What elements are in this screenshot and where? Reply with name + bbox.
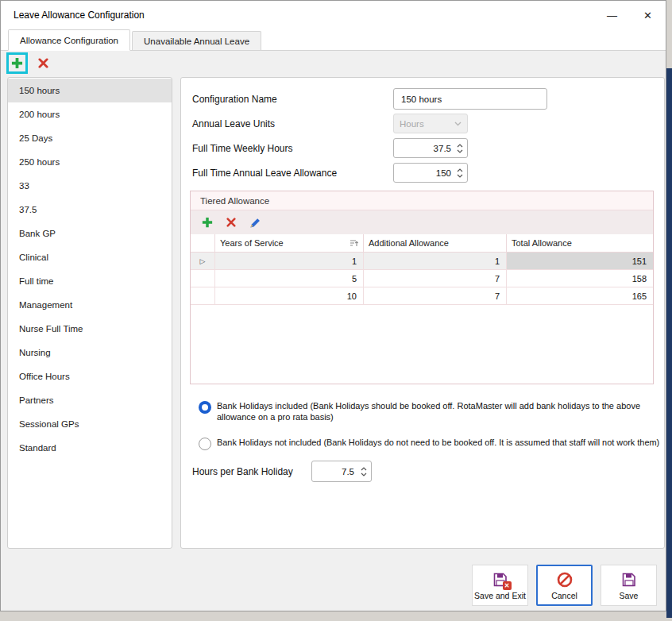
save-and-exit-label: Save and Exit [474, 591, 526, 600]
full-time-annual-leave-allowance-spinner[interactable]: 150 [393, 163, 468, 183]
list-item[interactable]: Standard [8, 436, 172, 460]
sort-ascending-icon [350, 239, 358, 247]
hours-per-bank-holiday-label: Hours per Bank Holiday [192, 466, 293, 477]
radio-unselected-icon[interactable] [199, 438, 211, 450]
cancel-label: Cancel [551, 591, 577, 600]
list-item[interactable]: Full time [8, 269, 172, 293]
cell-total[interactable]: 151 [507, 253, 653, 269]
grid-header-total-allowance[interactable]: Total Allowance [507, 234, 653, 252]
full-time-annual-leave-allowance-value: 150 [436, 168, 451, 178]
cell-additional[interactable]: 7 [364, 287, 507, 304]
close-button[interactable]: ✕ [630, 1, 666, 29]
list-item[interactable]: 250 hours [8, 150, 172, 174]
bank-holidays-not-included-option[interactable]: Bank Holidays not included (Bank Holiday… [199, 437, 663, 450]
configuration-name-label: Configuration Name [192, 94, 277, 105]
edit-tier-icon[interactable] [249, 217, 261, 229]
cell-years[interactable]: 5 [215, 270, 364, 287]
spinner-arrows-icon[interactable] [361, 467, 367, 476]
tab-unavailable-annual-leave[interactable]: Unavailable Annual Leave [132, 31, 261, 50]
bank-holidays-not-included-label: Bank Holidays not included (Bank Holiday… [217, 437, 659, 450]
list-item[interactable]: 33 [8, 174, 172, 198]
cell-additional[interactable]: 7 [364, 270, 507, 287]
grid-header-selector [191, 234, 215, 252]
bank-holidays-included-label: Bank Holidays included (Bank Holidays sh… [217, 400, 650, 422]
add-tier-icon[interactable] [202, 217, 213, 228]
list-item[interactable]: Nurse Full Time [8, 317, 172, 341]
grid-header-row: Years of Service Additional Allowance To… [191, 234, 653, 253]
tab-allowance-configuration[interactable]: Allowance Configuration [8, 29, 130, 51]
row-selector [191, 270, 215, 287]
row-selector [191, 287, 215, 304]
list-item[interactable]: Sessional GPs [8, 412, 172, 436]
main-toolbar [1, 51, 666, 75]
cell-total[interactable]: 158 [507, 270, 653, 287]
hours-per-bank-holiday-spinner[interactable]: 7.5 [311, 461, 372, 482]
hours-per-bank-holiday-value: 7.5 [342, 467, 354, 476]
highlight-box [6, 52, 28, 74]
grid-row[interactable]: 5 7 158 [191, 270, 653, 287]
window-controls: — ✕ [594, 1, 666, 29]
tiered-allowance-title: Tiered Allowance [191, 191, 653, 210]
list-item[interactable]: Partners [8, 388, 172, 412]
tab-bar: Allowance Configuration Unavailable Annu… [1, 29, 666, 51]
bank-holidays-included-option[interactable]: Bank Holidays included (Bank Holidays sh… [199, 400, 655, 422]
full-time-weekly-hours-label: Full Time Weekly Hours [192, 143, 292, 154]
list-item[interactable]: Clinical [8, 245, 172, 269]
cancel-button[interactable]: Cancel [536, 565, 593, 606]
titlebar: Leave Allowance Configuration — ✕ [1, 1, 666, 29]
grid-header-years-of-service[interactable]: Years of Service [215, 234, 364, 252]
cell-years[interactable]: 10 [215, 287, 364, 304]
list-item[interactable]: 25 Days [8, 126, 172, 150]
annual-leave-units-value: Hours [400, 119, 424, 129]
spinner-arrows-icon[interactable] [457, 168, 463, 178]
leave-allowance-dialog: Leave Allowance Configuration — ✕ Allowa… [0, 0, 666, 611]
annual-leave-units-label: Annual Leave Units [192, 118, 275, 129]
detail-panel: Configuration Name 150 hours Annual Leav… [180, 77, 665, 549]
window-title: Leave Allowance Configuration [1, 10, 145, 21]
full-time-annual-leave-allowance-label: Full Time Annual Leave Allowance [192, 168, 337, 179]
configuration-list: 150 hours 200 hours 25 Days 250 hours 33… [7, 77, 172, 549]
cancel-prohibition-icon [556, 571, 574, 588]
full-time-weekly-hours-spinner[interactable]: 37.5 [393, 138, 468, 158]
full-time-weekly-hours-value: 37.5 [434, 144, 451, 153]
spinner-arrows-icon[interactable] [457, 144, 463, 153]
background-app-strip [666, 68, 672, 618]
save-button[interactable]: Save [601, 565, 657, 606]
minimize-button[interactable]: — [594, 1, 630, 29]
save-and-exit-floppy-icon: ✕ [492, 571, 509, 588]
radio-selected-icon[interactable] [199, 401, 211, 414]
list-item[interactable]: 200 hours [8, 102, 172, 126]
screen: Leave Allowance Configuration — ✕ Allowa… [0, 0, 672, 621]
list-item[interactable]: 37.5 [8, 198, 172, 222]
add-configuration-icon[interactable] [11, 57, 23, 69]
list-item[interactable]: 150 hours [8, 79, 172, 102]
annual-leave-units-select[interactable]: Hours [393, 114, 468, 133]
list-item[interactable]: Management [8, 293, 172, 317]
cell-total[interactable]: 165 [507, 287, 653, 304]
list-item[interactable]: Office Hours [8, 364, 172, 388]
grid-row[interactable]: 10 7 165 [191, 287, 653, 305]
save-and-exit-button[interactable]: ✕ Save and Exit [472, 565, 528, 606]
list-item[interactable]: Nursing [8, 341, 172, 364]
grid-header-years-label: Years of Service [220, 238, 284, 248]
cell-additional[interactable]: 1 [364, 253, 507, 269]
tiered-allowance-group: Tiered Allowance Years of Service [190, 191, 654, 384]
chevron-down-icon [454, 122, 462, 126]
delete-tier-icon[interactable] [226, 218, 236, 227]
save-floppy-icon [620, 571, 638, 588]
cell-years[interactable]: 1 [215, 253, 364, 269]
tiered-allowance-toolbar [191, 210, 653, 234]
save-label: Save [620, 591, 639, 600]
configuration-name-input[interactable]: 150 hours [393, 88, 547, 110]
delete-configuration-icon[interactable] [38, 58, 48, 68]
grid-row[interactable]: ▷ 1 1 151 [191, 253, 653, 270]
list-item[interactable]: Bank GP [8, 222, 172, 245]
grid-header-additional-allowance[interactable]: Additional Allowance [364, 234, 507, 252]
red-x-badge-icon: ✕ [503, 581, 512, 590]
row-selector-icon: ▷ [191, 253, 215, 269]
